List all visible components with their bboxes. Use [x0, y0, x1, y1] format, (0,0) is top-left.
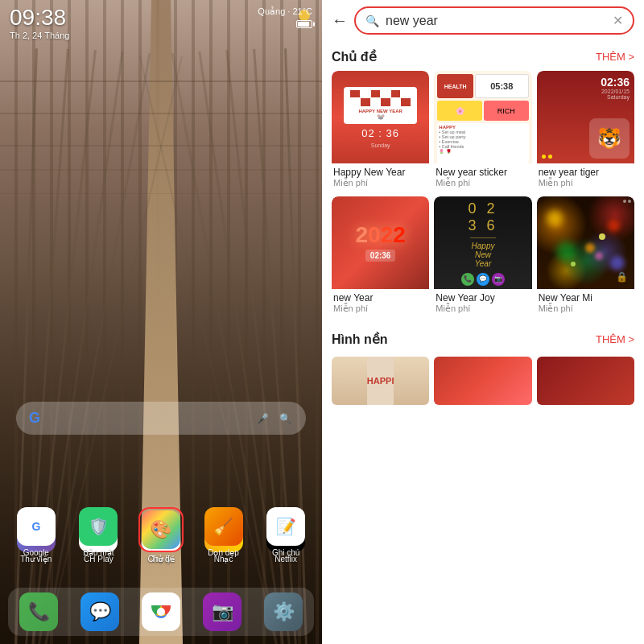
- microphone-icon[interactable]: 🎤: [254, 411, 270, 427]
- theme-3-price: Miễn phí: [537, 178, 634, 192]
- app-google[interactable]: G Google: [8, 507, 64, 564]
- search-header: ← 🔍 ✕: [322, 0, 644, 41]
- hinh-nen-title: Hình nền: [332, 332, 388, 347]
- theme-4-name: new Year: [332, 292, 429, 303]
- chrome-icon: [142, 592, 180, 631]
- ghiChu-label: Ghi chú: [272, 548, 299, 557]
- search-input-container[interactable]: 🔍 ✕: [354, 6, 634, 35]
- chu-de-section-header: Chủ đề THÊM >: [332, 41, 634, 71]
- google-icon: G: [17, 507, 56, 546]
- theme-4-preview: 2022 02:36: [332, 196, 429, 289]
- chu-de-title: Chủ đề: [332, 49, 377, 64]
- messages-icon: 💬: [80, 592, 119, 631]
- theme-grid-row2: 2022 02:36 new Year Miễn phí 0 2 3 6: [332, 196, 634, 317]
- google-label: Google: [23, 548, 49, 557]
- dock-messages[interactable]: 💬: [72, 592, 127, 631]
- theme-5-name: New Year Joy: [434, 292, 531, 303]
- theme-card-tiger[interactable]: 02:36 2022/01/15 Saturday 🐯: [537, 71, 634, 192]
- wallpaper-preview-row: HAPPI: [332, 357, 634, 405]
- chu-de-more-button[interactable]: THÊM >: [596, 51, 634, 63]
- chude-label: Chủ đề: [147, 555, 174, 564]
- chude-icon: 🎨: [142, 510, 180, 549]
- dock-phone[interactable]: 📞: [11, 592, 66, 631]
- theme-card-mi[interactable]: 🔒 New Year Mi Miễn phí: [537, 196, 634, 317]
- search-results-panel: ← 🔍 ✕ Chủ đề THÊM >: [322, 0, 644, 644]
- search-results-content[interactable]: Chủ đề THÊM >: [322, 41, 644, 644]
- dock-camera[interactable]: 📷: [195, 592, 250, 631]
- search-input[interactable]: [386, 14, 606, 28]
- theme-6-name: New Year Mi: [537, 292, 634, 303]
- theme-4-price: Miễn phí: [332, 303, 429, 317]
- battery-icon: [296, 20, 312, 28]
- wallpaper-thumb-1[interactable]: HAPPI: [332, 357, 429, 405]
- settings-icon: ⚙️: [264, 592, 303, 631]
- theme-6-price: Miễn phí: [537, 303, 634, 317]
- svg-text:G: G: [31, 520, 40, 533]
- clock: 09:38: [10, 6, 69, 29]
- lens-icon[interactable]: 🔍: [277, 411, 293, 427]
- theme-grid-row1: HAPPY NEW YEAR 🐭 02 : 36 Sunday Happy Ne…: [332, 71, 634, 192]
- theme-card-new-year[interactable]: 2022 02:36 new Year Miễn phí: [332, 196, 429, 317]
- dock-chrome[interactable]: [134, 592, 188, 631]
- donDep-icon: 🧹: [204, 507, 243, 546]
- theme-card-happy-new-year[interactable]: HAPPY NEW YEAR 🐭 02 : 36 Sunday Happy Ne…: [332, 71, 429, 192]
- google-search-bar[interactable]: G 🎤 🔍: [16, 402, 306, 435]
- theme-1-price: Miễn phí: [332, 178, 429, 192]
- ghiChu-icon: 📝: [266, 507, 305, 546]
- app-don-dep[interactable]: 🧹 Dọn dẹp: [196, 507, 252, 564]
- theme-5-price: Miễn phí: [434, 303, 531, 317]
- location-text: Quảng · 21°C: [258, 6, 312, 17]
- theme-2-name: New year sticker: [434, 167, 531, 178]
- date: Th 2, 24 Tháng: [10, 31, 69, 40]
- back-button[interactable]: ←: [332, 11, 348, 30]
- dock-settings[interactable]: ⚙️: [256, 592, 311, 631]
- home-screen: 09:38 Th 2, 24 Tháng Quảng · 21°C G 🎤 🔍 …: [0, 0, 322, 644]
- theme-2-preview: HEALTH 05:38 🌸 RICH: [434, 71, 531, 163]
- search-icon: 🔍: [365, 14, 379, 27]
- wallpaper-thumb-2[interactable]: [434, 357, 531, 405]
- theme-card-joy[interactable]: 0 2 3 6 Happy New Year 📞 💬 📷: [434, 196, 531, 317]
- baomat-label: Bảo mật: [83, 548, 114, 557]
- theme-card-sticker[interactable]: HEALTH 05:38 🌸 RICH: [434, 71, 531, 192]
- status-icons: Quảng · 21°C: [258, 6, 312, 28]
- theme-3-preview: 02:36 2022/01/15 Saturday 🐯: [537, 71, 634, 163]
- theme-1-name: Happy New Year: [332, 167, 429, 178]
- camera-icon: 📷: [203, 592, 242, 631]
- dock: 📞 💬 📷 ⚙️: [8, 588, 314, 636]
- phone-icon: 📞: [19, 592, 58, 631]
- hinh-nen-more-button[interactable]: THÊM >: [596, 333, 634, 345]
- status-bar: 09:38 Th 2, 24 Tháng Quảng · 21°C: [0, 0, 322, 47]
- google-logo: G: [29, 410, 40, 427]
- theme-3-name: new year tiger: [537, 167, 634, 178]
- app-grid-row2: G Google 🛡️ Bảo mật 🎨 Chủ đề 🧹 Dọn dẹp 📝…: [8, 507, 314, 564]
- theme-5-preview: 0 2 3 6 Happy New Year 📞 💬 📷: [434, 196, 531, 289]
- app-ghi-chu[interactable]: 📝 Ghi chú: [258, 507, 314, 564]
- theme-1-preview: HAPPY NEW YEAR 🐭 02 : 36 Sunday: [332, 71, 429, 163]
- svg-point-7: [157, 608, 165, 616]
- theme-6-preview: 🔒: [537, 196, 634, 289]
- hinh-nen-section-header: Hình nền THÊM >: [332, 324, 634, 353]
- baomat-icon: 🛡️: [79, 507, 118, 546]
- clear-search-button[interactable]: ✕: [613, 13, 623, 28]
- donDep-label: Dọn dẹp: [208, 548, 239, 557]
- theme-2-price: Miễn phí: [434, 178, 531, 192]
- app-chu-de[interactable]: 🎨 Chủ đề: [133, 507, 189, 564]
- app-bao-mat[interactable]: 🛡️ Bảo mật: [71, 507, 127, 564]
- wallpaper-thumb-3[interactable]: [537, 357, 634, 405]
